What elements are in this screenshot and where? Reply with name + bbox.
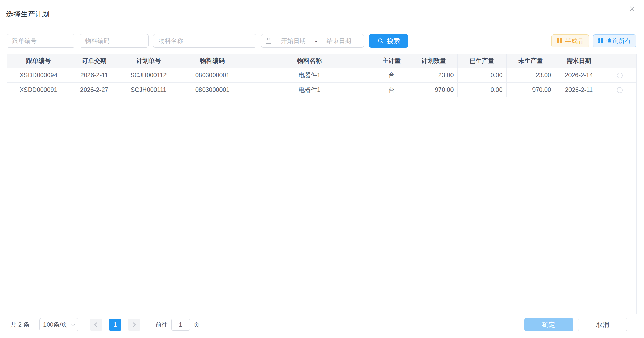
calendar-icon (265, 37, 272, 45)
order-no-input[interactable] (7, 34, 75, 48)
plan-table: 跟单编号 订单交期 计划单号 物料编码 物料名称 主计量 计划数量 已生产量 未… (7, 54, 636, 97)
row-radio-button[interactable] (617, 73, 623, 78)
total-count: 共 2 条 (10, 321, 30, 329)
confirm-button[interactable]: 确定 (524, 318, 573, 331)
plan-table-container: 跟单编号 订单交期 计划单号 物料编码 物料名称 主计量 计划数量 已生产量 未… (7, 54, 637, 314)
date-separator: - (315, 37, 318, 45)
page-title: 选择生产计划 (6, 9, 49, 19)
grid-icon (557, 38, 562, 43)
col-select (603, 54, 636, 68)
cell-delivery-date: 2026-2-27 (70, 82, 118, 97)
cell-unproduced-qty: 23.00 (506, 68, 555, 82)
col-unit: 主计量 (373, 54, 410, 68)
chevron-left-icon (94, 322, 99, 327)
cell-unproduced-qty: 970.00 (506, 82, 555, 97)
date-range-picker[interactable]: 开始日期 - 结束日期 (261, 34, 364, 48)
cell-plan-no: SCJH000111 (118, 82, 179, 97)
material-code-input[interactable] (80, 34, 149, 48)
goto-label: 前往 (155, 321, 168, 329)
cell-order-no: XSDD000091 (7, 82, 70, 97)
cell-select (603, 68, 636, 82)
table-header-row: 跟单编号 订单交期 计划单号 物料编码 物料名称 主计量 计划数量 已生产量 未… (7, 54, 636, 68)
action-buttons: 确定 取消 (524, 318, 627, 331)
col-unproduced-qty: 未生产量 (506, 54, 555, 68)
prev-page-button[interactable] (90, 319, 102, 331)
close-button[interactable] (628, 4, 637, 13)
row-radio-button[interactable] (617, 87, 623, 93)
cell-material-name: 电器件1 (246, 82, 373, 97)
cell-material-code: 0803000001 (179, 82, 246, 97)
cell-delivery-date: 2026-2-11 (70, 68, 118, 82)
search-icon (377, 38, 384, 44)
cell-demand-date: 2026-2-14 (555, 68, 603, 82)
next-page-button[interactable] (128, 319, 140, 331)
search-button-label: 搜索 (387, 37, 400, 45)
semi-finished-button[interactable]: 半成品 (551, 34, 589, 47)
goto-page-input[interactable] (171, 319, 190, 331)
table-row[interactable]: XSDD000091 2026-2-27 SCJH000111 08030000… (7, 82, 636, 97)
cell-planned-qty: 23.00 (410, 68, 457, 82)
cell-produced-qty: 0.00 (457, 68, 506, 82)
page-unit-label: 页 (194, 321, 200, 329)
col-material-name: 物料名称 (246, 54, 373, 68)
cell-select (603, 82, 636, 97)
date-start-placeholder: 开始日期 (272, 37, 315, 45)
cell-planned-qty: 970.00 (410, 82, 457, 97)
col-delivery-date: 订单交期 (70, 54, 118, 68)
filter-bar: 开始日期 - 结束日期 搜索 半成品 查询所有 (7, 34, 636, 48)
cell-unit: 台 (373, 68, 410, 82)
cell-order-no: XSDD000094 (7, 68, 70, 82)
material-name-input[interactable] (153, 34, 256, 48)
page-size-select[interactable]: 100条/页 (39, 318, 78, 331)
current-page-button[interactable]: 1 (109, 319, 121, 331)
cell-produced-qty: 0.00 (457, 82, 506, 97)
col-material-code: 物料编码 (179, 54, 246, 68)
cell-unit: 台 (373, 82, 410, 97)
page-size-value: 100条/页 (43, 321, 68, 329)
cell-demand-date: 2026-2-11 (555, 82, 603, 97)
col-planned-qty: 计划数量 (410, 54, 457, 68)
cell-material-name: 电器件1 (246, 68, 373, 82)
close-icon (628, 5, 636, 13)
grid-icon (598, 38, 603, 43)
cell-material-code: 0803000001 (179, 68, 246, 82)
cell-plan-no: SCJH000112 (118, 68, 179, 82)
search-button[interactable]: 搜索 (369, 34, 408, 48)
col-produced-qty: 已生产量 (457, 54, 506, 68)
dialog-footer: 共 2 条 100条/页 1 前往 页 确定 取消 (7, 318, 637, 331)
pagination: 1 (90, 319, 140, 331)
query-all-button[interactable]: 查询所有 (593, 34, 636, 47)
goto-page: 前往 页 (155, 319, 200, 331)
cancel-button[interactable]: 取消 (578, 318, 627, 331)
date-end-placeholder: 结束日期 (318, 37, 360, 45)
col-plan-no: 计划单号 (118, 54, 179, 68)
chevron-right-icon (131, 322, 136, 327)
table-row[interactable]: XSDD000094 2026-2-11 SCJH000112 08030000… (7, 68, 636, 82)
col-demand-date: 需求日期 (555, 54, 603, 68)
semi-finished-label: 半成品 (565, 37, 584, 45)
chevron-down-icon (71, 322, 75, 326)
col-order-no: 跟单编号 (7, 54, 70, 68)
query-all-label: 查询所有 (606, 37, 631, 45)
